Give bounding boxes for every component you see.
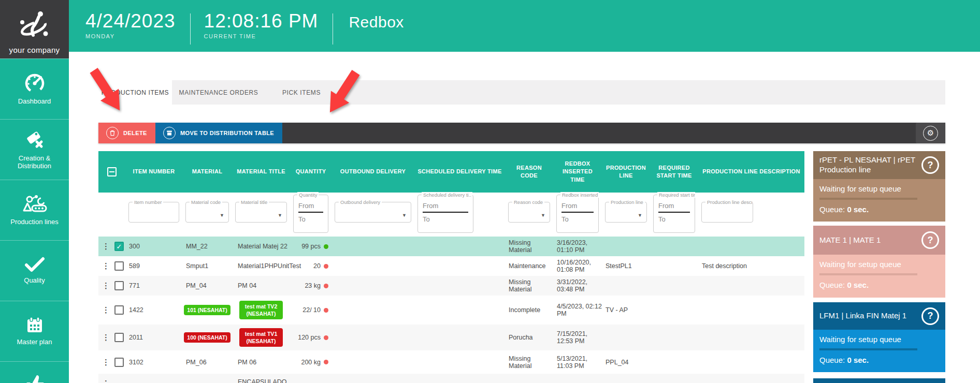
help-icon[interactable]: ? xyxy=(921,307,939,325)
filter-production-line[interactable]: Production line ▼ xyxy=(605,202,647,223)
filter-outbound-delivery[interactable]: Outbound delivery ▼ xyxy=(335,202,411,223)
queue-value: 0 sec. xyxy=(847,356,869,364)
company-logo-icon xyxy=(16,9,53,43)
line-card-lfm1: LFM1 | Linka FIN Matej 1 ? Waiting for s… xyxy=(813,302,945,372)
col-required-start-time[interactable]: REQUIRED START TIME xyxy=(650,151,698,193)
filter-redbox-inserted-time[interactable]: Redbox inserted time From To xyxy=(556,195,599,233)
filter-to-input[interactable]: To xyxy=(658,215,690,223)
main-content: PRODUCTION ITEMS MAINTENANCE ORDERS PICK… xyxy=(69,52,980,383)
filter-from-input[interactable]: From xyxy=(298,202,323,213)
gear-icon: ⚙ xyxy=(923,126,938,141)
sidebar-item-partial[interactable] xyxy=(0,361,69,383)
table-row-partial[interactable]: ⋮ ENCAPSULADO REL xyxy=(98,374,804,383)
filter-scheduled-delivery-time[interactable]: Scheduled delivery ti.. From To xyxy=(417,195,473,233)
col-production-line[interactable]: PRODUCTION LINE xyxy=(602,151,650,193)
cell-reason-code: Missing Material xyxy=(505,350,553,374)
conveyor-icon xyxy=(22,194,47,214)
col-quantity[interactable]: QUANTITY xyxy=(290,151,332,193)
col-material[interactable]: MATERIAL xyxy=(182,151,232,193)
cell-production-line: PPL_04 xyxy=(602,350,650,374)
sidebar-item-master-plan[interactable]: Master plan xyxy=(0,301,69,361)
chevron-down-icon: ▼ xyxy=(638,213,642,218)
filter-material-title[interactable]: Material title ▼ xyxy=(235,202,287,223)
filter-row: Item number Material code ▼ Material tit… xyxy=(98,193,804,237)
row-menu-icon[interactable]: ⋮ xyxy=(102,242,110,251)
company-logo: your company xyxy=(0,0,69,58)
table-row[interactable]: ⋮ 771 PM_04 PM 04 23 kg Missing Material… xyxy=(98,276,804,296)
row-menu-icon[interactable]: ⋮ xyxy=(102,358,110,367)
sidebar-item-creation-distribution[interactable]: Creation & Distribution xyxy=(0,119,69,180)
table-row[interactable]: ⋮ 589 Smput1 Material1PHPUnitTest 20 Mai… xyxy=(98,256,804,276)
filter-to-input[interactable]: To xyxy=(561,215,594,223)
row-menu-icon[interactable]: ⋮ xyxy=(102,379,110,383)
table-row[interactable]: ⋮ 1422 101 (NESAHAT) test mat TV2 (NESAH… xyxy=(98,296,804,325)
sidebar-item-quality[interactable]: Quality xyxy=(0,240,69,301)
title-badge-red: test mat TV1 (NESAHAT) xyxy=(239,328,283,347)
filter-from-input[interactable]: From xyxy=(423,202,468,213)
select-all-checkbox[interactable] xyxy=(107,167,117,176)
row-menu-icon[interactable]: ⋮ xyxy=(102,261,110,271)
filter-from-input[interactable]: From xyxy=(561,202,594,213)
tab-pick-items[interactable]: PICK ITEMS xyxy=(265,80,338,105)
table-row[interactable]: ⋮ 2011 100 (NESAHAT) test mat TV1 (NESAH… xyxy=(98,325,804,350)
row-checkbox[interactable] xyxy=(114,281,124,290)
current-time-label: CURRENT TIME xyxy=(204,33,319,39)
filter-from-input[interactable]: From xyxy=(658,202,690,213)
material-badge-red: 100 (NESAHAT) xyxy=(184,332,230,343)
col-redbox-inserted-time[interactable]: REDBOX INSERTED TIME xyxy=(553,151,602,193)
delete-button[interactable]: DELETE xyxy=(98,123,155,143)
table-settings-button[interactable]: ⚙ xyxy=(916,123,945,143)
queue-label: Queue: xyxy=(819,281,845,289)
row-checkbox[interactable] xyxy=(114,305,124,315)
filter-quantity[interactable]: Quantity From To xyxy=(293,195,328,233)
line-card-rpet: rPET - PL NESAHAT | rPET Production line… xyxy=(813,151,945,222)
status-dot-red xyxy=(324,284,328,288)
filter-to-input[interactable]: To xyxy=(298,215,323,223)
redbox-app: your company Dashboard Creation & Distri… xyxy=(0,0,980,383)
col-reason-code[interactable]: REASON CODE xyxy=(505,151,553,193)
row-menu-icon[interactable]: ⋮ xyxy=(102,333,110,342)
row-menu-icon[interactable]: ⋮ xyxy=(102,281,110,290)
status-dot-red xyxy=(324,308,328,313)
line-card-title: LFM1 | Linka FIN Matej 1 xyxy=(819,311,921,321)
header-divider xyxy=(333,13,333,45)
table-row[interactable]: ⋮✓ 300 MM_22 Material Matej 22 99 pcs Mi… xyxy=(98,237,804,256)
sidebar-item-label: Creation & Distribution xyxy=(0,155,69,170)
row-checkbox[interactable] xyxy=(114,261,124,271)
cell-quantity: 99 pcs xyxy=(301,243,321,250)
col-material-title[interactable]: MATERIAL TITLE xyxy=(232,151,290,193)
tab-label: PICK ITEMS xyxy=(282,89,321,96)
col-production-line-description[interactable]: PRODUCTION LINE DESCRIPTION xyxy=(698,151,804,193)
tab-production-items[interactable]: PRODUCTION ITEMS xyxy=(98,80,172,105)
filter-material-code[interactable]: Material code ▼ xyxy=(185,202,229,223)
help-icon[interactable]: ? xyxy=(921,231,939,249)
cell-item-number: 2011 xyxy=(125,325,182,350)
line-status: Waiting for setup queue xyxy=(819,184,939,193)
col-scheduled-delivery-time[interactable]: SCHEDULED DELIVERY TIME xyxy=(414,151,505,193)
col-item-number[interactable]: ITEM NUMBER xyxy=(125,151,182,193)
sidebar-item-label: Production lines xyxy=(9,218,60,226)
cell-inserted-time: 5/13/2021, 11:03 PM xyxy=(553,350,602,374)
row-menu-icon[interactable]: ⋮ xyxy=(102,305,110,315)
material-badge-green: 101 (NESAHAT) xyxy=(184,305,230,315)
row-checkbox[interactable] xyxy=(114,333,124,342)
filter-required-start-time[interactable]: Required start time From To xyxy=(653,195,695,233)
move-to-distribution-button[interactable]: MOVE TO DISTRIBUTION TABLE xyxy=(155,123,282,143)
cell-material-title: PM 04 xyxy=(232,276,290,296)
filter-item-number[interactable]: Item number xyxy=(128,202,179,223)
filter-reason-code[interactable]: Reason code ▼ xyxy=(508,202,550,223)
tab-maintenance-orders[interactable]: MAINTENANCE ORDERS xyxy=(172,80,265,105)
table-row[interactable]: ⋮ 3102 PM_06 PM 06 200 kg Missing Materi… xyxy=(98,350,804,374)
help-icon[interactable]: ? xyxy=(921,156,939,174)
production-lines-panel: rPET - PL NESAHAT | rPET Production line… xyxy=(813,151,945,383)
sidebar-item-dashboard[interactable]: Dashboard xyxy=(0,58,69,119)
filter-production-line-description[interactable]: Production line descr... xyxy=(701,202,753,223)
col-outbound-delivery[interactable]: OUTBOUND DELIVERY xyxy=(332,151,414,193)
cell-inserted-time: 3/31/2022, 03:48 PM xyxy=(553,276,602,296)
filter-to-input[interactable]: To xyxy=(423,215,468,223)
status-dot-red xyxy=(324,360,328,364)
row-checkbox[interactable]: ✓ xyxy=(114,242,124,251)
thumbs-up-icon xyxy=(23,373,46,383)
row-checkbox[interactable] xyxy=(114,358,124,367)
sidebar-item-production-lines[interactable]: Production lines xyxy=(0,180,69,240)
